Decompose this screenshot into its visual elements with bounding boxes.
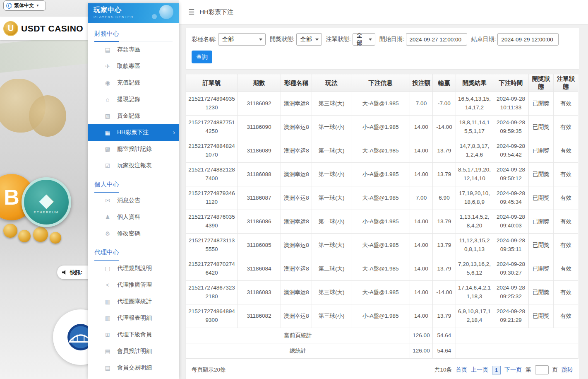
cell-draw-status: 已開獎 (529, 281, 554, 304)
cell-order-no: 2152172748949351230 (186, 92, 238, 116)
cell-bet-time: 2024-09-28 09:50:12 (493, 163, 529, 186)
lottery-name-select[interactable]: 全部 (218, 33, 266, 46)
sidebar-item-label: 代理推廣管理 (117, 281, 152, 289)
table-row: 215217274867323218031186083澳洲幸运8第三球(大)大-… (186, 281, 578, 304)
sidebar-item-recharge-records[interactable]: ◉充值記錄 (88, 75, 179, 91)
cell-draw-result: 14,7,8,3,17,1,2,4,6 (456, 139, 493, 163)
trade-doc-icon: ▤ (103, 365, 112, 371)
news-label: 快訊: (70, 269, 82, 276)
summary-bet-total: 126.00 (410, 328, 433, 343)
globe-icon (6, 3, 12, 9)
sidebar-item-room-bet-records[interactable]: ▩廳室投註記錄 (88, 141, 179, 157)
cell-win-loss: 13.79 (433, 210, 456, 234)
start-date-input[interactable] (406, 33, 467, 46)
sidebar-item-withdraw-zone[interactable]: ✈取款專區 (88, 58, 179, 75)
news-ticker[interactable]: 快訊: (57, 266, 88, 279)
sidebar-item-messages[interactable]: ✉消息公告 (88, 192, 179, 209)
ethereum-icon: ◆ (39, 191, 53, 210)
cell-win-loss: -14.00 (433, 116, 456, 139)
money-bag-decoration (29, 95, 66, 137)
cell-bet-time: 2024-09-28 09:45:34 (493, 186, 529, 210)
sidebar-item-label: 個人資料 (117, 213, 140, 221)
cell-period: 31186087 (238, 186, 281, 210)
sidebar-section-title: 代理中心 (88, 242, 179, 260)
sidebar-item-label: 會員交易明細 (117, 364, 152, 372)
detail-doc-icon: ▤ (103, 348, 112, 355)
site-logo[interactable]: U USDT CASINO (0, 17, 88, 40)
content: 彩種名稱: 全部 開獎狀態: 全部 注單狀態: 全部 開始日期: 結束日期: 查… (179, 24, 588, 379)
cell-period: 31186090 (238, 116, 281, 139)
sidebar-item-agent-report-detail[interactable]: ▥代理報表明細 (88, 310, 179, 326)
cell-draw-status: 已開獎 (529, 234, 554, 257)
cell-period: 31186088 (238, 163, 281, 186)
page-jump-input[interactable] (535, 365, 549, 374)
cell-draw-status: 已開獎 (529, 92, 554, 116)
menu-toggle-icon[interactable]: ☰ (188, 8, 194, 17)
cell-bet-time: 2024-09-28 09:30:27 (493, 257, 529, 281)
query-button[interactable]: 查詢 (192, 51, 212, 63)
cell-play-type: 第二球(大) (312, 257, 351, 281)
table-header-row: 訂單號期數彩種名稱玩法下注信息投注額輸赢開獎結果下注時間開獎狀態注單狀態 (186, 74, 578, 92)
cell-period: 31186086 (238, 210, 281, 234)
cell-draw-status: 已開獎 (529, 257, 554, 281)
bet-records-table: 訂單號期數彩種名稱玩法下注信息投注額輸赢開獎結果下注時間開獎狀態注單狀態 215… (186, 74, 578, 359)
sidebar-item-label: HH彩票下注 (117, 129, 149, 136)
draw-status-select[interactable]: 全部 (296, 33, 322, 46)
sidebar-item-deposit-zone[interactable]: ▤存款專區 (88, 41, 179, 58)
cell-play-type: 第三球(大) (312, 92, 351, 116)
sidebar-item-hh-lottery-bets[interactable]: ▦HH彩票下注› (88, 124, 179, 141)
prev-page-link[interactable]: 上一页 (471, 366, 488, 374)
current-page[interactable]: 1 (492, 366, 501, 374)
cell-bet-amount: 7.00 (410, 92, 433, 116)
cell-period: 31186083 (238, 281, 281, 304)
cell-bet-amount: 14.00 (410, 116, 433, 139)
first-page-link[interactable]: 首页 (456, 366, 467, 374)
sidebar-item-cashout-records[interactable]: ⌂提現記錄 (88, 91, 179, 108)
sidebar-item-member-trade-detail[interactable]: ▤會員交易明細 (88, 360, 179, 376)
sidebar-item-agent-team-stats[interactable]: ▥代理團隊統計 (88, 293, 179, 310)
column-header-lottery-name: 彩種名稱 (281, 74, 312, 92)
sidebar-item-change-password[interactable]: ⚙修改密碼 (88, 225, 179, 242)
cell-order-no: 2152172748821287400 (186, 163, 238, 186)
sidebar-section-title: 財務中心 (88, 23, 179, 41)
table-row: 215217274864894930031186082澳洲幸运8第三球(小)小-… (186, 304, 578, 328)
cell-order-no: 2152172748793461120 (186, 186, 238, 210)
jump-suffix: 页 (552, 366, 558, 374)
order-status-select[interactable]: 全部 (353, 33, 375, 46)
sidebar-item-label: 玩家投注報表 (117, 162, 152, 169)
column-header-play-type: 玩法 (312, 74, 351, 92)
cell-order-no: 2152172748648949300 (186, 304, 238, 328)
sidebar-item-fund-records[interactable]: ▧資金記錄 (88, 108, 179, 124)
summary-winloss-total: 54.64 (433, 328, 456, 343)
next-page-link[interactable]: 下一页 (504, 366, 522, 374)
sidebar-item-player-bet-report[interactable]: ☑玩家投注報表 (88, 157, 179, 174)
sidebar-item-label: 代理下級會員 (117, 331, 152, 338)
sidebar-item-agent-rules[interactable]: ▢代理規則說明 (88, 260, 179, 277)
share-icon: < (103, 282, 112, 288)
sidebar-item-agent-sub-members[interactable]: ⊞代理下級會員 (88, 326, 179, 343)
cell-bet-amount: 14.00 (410, 234, 433, 257)
cell-period: 31186082 (238, 304, 281, 328)
sidebar-item-label: 代理報表明細 (117, 314, 152, 322)
cell-draw-status: 已開獎 (529, 186, 554, 210)
cell-period: 31186089 (238, 139, 281, 163)
cell-bet-amount: 14.00 (410, 257, 433, 281)
language-selector[interactable]: 繁体中文 ▼ (3, 0, 46, 11)
end-date-input[interactable] (497, 33, 559, 46)
sidebar-item-agent-promotion[interactable]: <代理推廣管理 (88, 277, 179, 293)
column-header-draw-result: 開獎結果 (456, 74, 493, 92)
cell-draw-result: 18,8,11,14,15,5,1,17 (456, 116, 493, 139)
cell-draw-status: 已開獎 (529, 139, 554, 163)
table-row: 215217274876035439031186086澳洲幸运8第一球(小)小-… (186, 210, 578, 234)
sidebar-item-member-bet-detail[interactable]: ▤會員投註明細 (88, 343, 179, 360)
withdraw-icon: ✈ (103, 63, 112, 70)
bell-icon: ✉ (103, 197, 112, 204)
table-row: 215217274882128740031186088澳洲幸运8第一球(小)小-… (186, 163, 578, 186)
sidebar-item-profile[interactable]: ♟個人資料 (88, 209, 179, 225)
cell-win-loss: 6.90 (433, 186, 456, 210)
main-area: ☰ HH彩票下注 彩種名稱: 全部 開獎狀態: 全部 注單狀態: 全部 開始日期… (179, 0, 588, 379)
speaker-icon (62, 270, 67, 275)
cell-play-type: 第一球(小) (312, 116, 351, 139)
sidebar-item-label: 會員投註明細 (117, 348, 152, 355)
jump-button[interactable]: 跳转 (562, 366, 573, 374)
